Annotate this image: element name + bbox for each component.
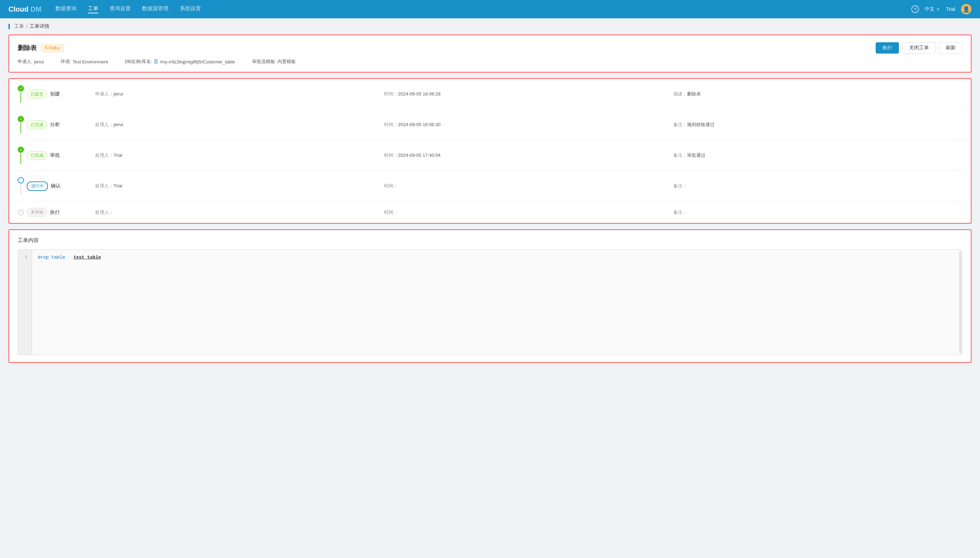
step-handler-1: 申请人：jierui	[95, 91, 384, 97]
close-workorder-button[interactable]: 关闭工单	[903, 42, 936, 54]
step-name-4: 确认	[51, 183, 61, 189]
step-handler-4: 处理人：Trial	[95, 183, 384, 189]
line-numbers: 1	[18, 250, 32, 355]
header-card-top: 删除表 等待确认 执行 关闭工单 刷新	[18, 42, 962, 54]
step-status-2: 已完成	[27, 120, 47, 129]
template-field: 审批流模板: 内置模板	[252, 59, 296, 65]
workflow-step-5: 未开始 执行 处理人： 时间： 备注：	[9, 202, 971, 223]
step-time-1: 时间：2024-09-05 16:06:28	[384, 91, 673, 97]
step-handler-3: 处理人：Trial	[95, 152, 384, 159]
step-icon-1: ✓	[18, 85, 24, 92]
step-status-5: 未开始	[27, 208, 47, 217]
step-note-5: 备注：	[673, 209, 962, 216]
workflow-step-1: ✓ 已提交 创建 申请人：jierui 时间：2024-09-05 16:06:…	[9, 79, 971, 110]
step-handler-2: 处理人：jierui	[95, 121, 384, 128]
navbar-right: ? 中文 ∨ Trial 👤	[911, 4, 972, 15]
db-label: DB实例/库名:	[125, 59, 152, 65]
step-info-4: 进行中 确认	[18, 177, 95, 195]
nav-datasource[interactable]: 数据源管理	[142, 5, 168, 13]
env-value: Test Environment	[72, 59, 108, 64]
applicant-label: 申请人:	[18, 59, 33, 65]
refresh-button[interactable]: 刷新	[939, 42, 962, 54]
template-value: 内置模板	[278, 59, 296, 65]
step-handler-5: 处理人：	[95, 209, 384, 216]
step-status-3: 已完成	[27, 151, 47, 160]
step-name-1: 创建	[50, 91, 60, 97]
step-info-5: 未开始 执行	[18, 208, 95, 217]
step-icon-4	[18, 177, 24, 184]
breadcrumb-current: 工单详情	[30, 23, 49, 30]
workflow-step-4: 进行中 确认 处理人：Trial 时间： 备注：	[9, 171, 971, 202]
env-field: 环境: Test Environment	[61, 59, 108, 65]
step-name-5: 执行	[50, 209, 60, 216]
breadcrumb-bar	[8, 24, 10, 29]
step-icon-3: ✓	[18, 146, 24, 153]
help-icon[interactable]: ?	[911, 5, 919, 13]
code-table-name: test_table	[73, 255, 101, 260]
status-badge: 等待确认	[41, 44, 64, 52]
step-time-3: 时间：2024-09-05 17:40:04	[384, 152, 673, 159]
step-note-4: 备注：	[673, 183, 962, 189]
header-actions: 执行 关闭工单 刷新	[876, 42, 962, 54]
language-selector[interactable]: 中文 ∨	[925, 6, 940, 12]
workflow-step-3: ✓ 已完成 审批 处理人：Trial 时间：2024-09-05 17:40:0…	[9, 140, 971, 171]
nav-menu: 数据查询 工单 查询设置 数据源管理 系统设置	[55, 5, 911, 13]
step-icon-2: ✓	[18, 116, 24, 122]
code-content[interactable]: drop table test_table	[32, 250, 959, 355]
step-time-5: 时间：	[384, 209, 673, 216]
header-card: 删除表 等待确认 执行 关闭工单 刷新 申请人: jierui 环境: Test…	[8, 34, 972, 72]
code-keyword: drop table	[38, 255, 65, 260]
logo: Cloud DM	[8, 5, 41, 13]
step-name-2: 分析	[50, 121, 60, 128]
nav-system-settings[interactable]: 系统设置	[180, 5, 201, 13]
breadcrumb-root[interactable]: 工单	[14, 23, 24, 30]
workflow-card: ✓ 已提交 创建 申请人：jierui 时间：2024-09-05 16:06:…	[8, 78, 972, 224]
template-label: 审批流模板:	[252, 59, 276, 65]
nav-data-query[interactable]: 数据查询	[55, 5, 77, 13]
breadcrumb: 工单 / 工单详情	[0, 18, 980, 34]
db-path: /my-rr0z2kqjmtg86j5/Customer_table	[159, 59, 235, 64]
step-note-2: 备注：规则校验通过	[673, 121, 962, 128]
db-field: DB实例/库名: 🗄 /my-rr0z2kqjmtg86j5/Customer_…	[125, 59, 235, 65]
content-title: 工单内容	[18, 237, 962, 244]
nav-query-settings[interactable]: 查询设置	[110, 5, 131, 13]
header-meta: 申请人: jierui 环境: Test Environment DB实例/库名…	[18, 59, 962, 65]
step-note-1: 描述：删除表	[673, 91, 962, 97]
step-name-3: 审批	[50, 152, 60, 159]
applicant-field: 申请人: jierui	[18, 59, 44, 65]
env-label: 环境:	[61, 59, 71, 65]
content-card: 工单内容 1 drop table test_table	[8, 229, 972, 363]
step-info-3: ✓ 已完成 审批	[18, 146, 95, 164]
line-number-1: 1	[22, 253, 28, 261]
workflow-step-2: ✓ 已完成 分析 处理人：jierui 时间：2024-09-05 16:06:…	[9, 110, 971, 140]
step-info-1: ✓ 已提交 创建	[18, 85, 95, 103]
step-status-1: 已提交	[27, 90, 47, 98]
execute-button[interactable]: 执行	[876, 42, 899, 54]
scrollbar[interactable]	[959, 251, 961, 353]
step-time-4: 时间：	[384, 183, 673, 189]
step-icon-5	[18, 209, 24, 216]
nav-work-order[interactable]: 工单	[88, 5, 99, 13]
avatar[interactable]: 👤	[961, 4, 972, 15]
step-time-2: 时间：2024-09-05 16:06:30	[384, 121, 673, 128]
workflow-list: ✓ 已提交 创建 申请人：jierui 时间：2024-09-05 16:06:…	[9, 79, 971, 223]
title-row: 删除表 等待确认	[18, 44, 64, 52]
page-title: 删除表	[18, 44, 37, 52]
trial-label: Trial	[946, 7, 955, 12]
breadcrumb-separator: /	[26, 24, 28, 29]
step-note-3: 备注：审批通过	[673, 152, 962, 159]
navbar: Cloud DM 数据查询 工单 查询设置 数据源管理 系统设置 ? 中文 ∨ …	[0, 0, 980, 18]
step-info-2: ✓ 已完成 分析	[18, 116, 95, 133]
step-status-4: 进行中	[27, 181, 48, 191]
applicant-value: jierui	[34, 59, 44, 64]
main-content: 删除表 等待确认 执行 关闭工单 刷新 申请人: jierui 环境: Test…	[0, 34, 980, 371]
code-editor[interactable]: 1 drop table test_table	[18, 249, 962, 355]
db-icon: 🗄	[153, 59, 158, 64]
code-line-1: drop table test_table	[38, 253, 953, 261]
